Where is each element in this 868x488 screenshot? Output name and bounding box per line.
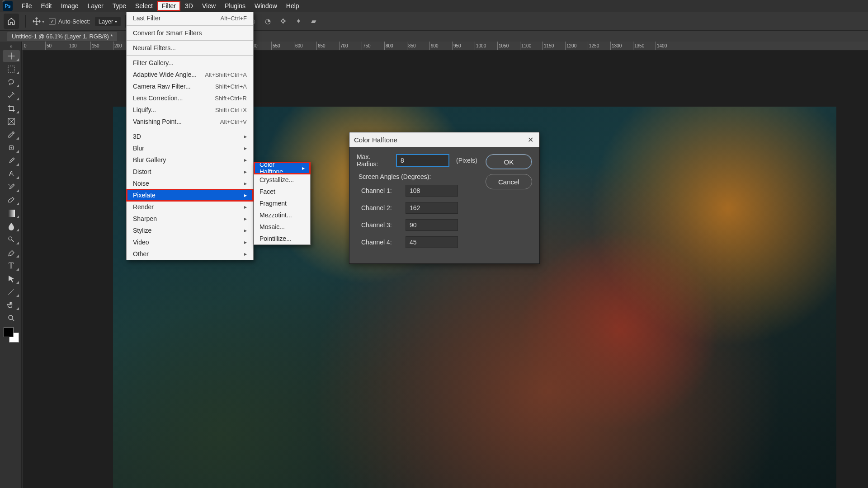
menu-item-pixelate[interactable]: Pixelate — [127, 189, 253, 201]
tool-magic-wand[interactable] — [3, 89, 20, 101]
menu-3d[interactable]: 3D — [180, 1, 198, 11]
menu-item-blur[interactable]: Blur — [127, 142, 253, 154]
menu-item-convert-smart[interactable]: Convert for Smart Filters — [127, 27, 253, 39]
menu-item-3d[interactable]: 3D — [127, 131, 253, 142]
tool-rect-marquee[interactable] — [3, 63, 20, 75]
tool-healing-brush[interactable] — [3, 142, 20, 154]
tool-type[interactable]: T — [3, 260, 20, 272]
menu-filter[interactable]: Filter — [157, 1, 180, 11]
menu-help[interactable]: Help — [282, 1, 304, 11]
submenu-item-mosaic[interactable]: Mosaic... — [254, 221, 310, 233]
submenu-item-color-halftone[interactable]: Color Halftone... — [254, 162, 310, 174]
color-swatches[interactable] — [4, 327, 19, 343]
chevron-down-icon: ▾ — [115, 19, 117, 24]
tool-line[interactable] — [3, 286, 20, 298]
menu-item-stylize[interactable]: Stylize — [127, 225, 253, 236]
ruler-tick: 1200 — [565, 42, 588, 50]
menu-item-distort[interactable]: Distort — [127, 166, 253, 178]
channel-4-label: Channel 4: — [357, 239, 401, 246]
ruler-tick: 150 — [90, 42, 113, 50]
menu-item[interactable]: Camera Raw Filter...Shift+Ctrl+A — [127, 80, 253, 92]
submenu-item-pointillize[interactable]: Pointillize... — [254, 233, 310, 244]
menu-item-render[interactable]: Render — [127, 201, 253, 213]
svg-rect-3 — [8, 210, 15, 217]
menu-window[interactable]: Window — [250, 1, 282, 11]
auto-select-toggle[interactable]: ✓ Auto-Select: — [49, 18, 90, 25]
menu-view[interactable]: View — [198, 1, 220, 11]
3d-camera-icon[interactable]: ▰ — [308, 16, 319, 27]
menu-item-video[interactable]: Video — [127, 236, 253, 248]
menu-label: Adaptive Wide Angle... — [133, 71, 197, 78]
menu-item[interactable]: Adaptive Wide Angle...Alt+Shift+Ctrl+A — [127, 69, 253, 80]
move-tool-indicator-icon: ▾ — [32, 17, 44, 26]
menu-layer[interactable]: Layer — [83, 1, 108, 11]
tool-eyedropper[interactable] — [3, 129, 20, 141]
menu-item-sharpen[interactable]: Sharpen — [127, 213, 253, 225]
svg-rect-0 — [8, 66, 14, 72]
submenu-item-facet[interactable]: Facet — [254, 186, 310, 197]
menu-item[interactable]: Filter Gallery... — [127, 57, 253, 69]
tool-clone-stamp[interactable] — [3, 168, 20, 180]
menu-item-last-filter[interactable]: Last Filter Alt+Ctrl+F — [127, 12, 253, 24]
tool-crop[interactable] — [3, 103, 20, 114]
submenu-item-mezzotint[interactable]: Mezzotint... — [254, 209, 310, 221]
tool-dodge[interactable] — [3, 234, 20, 245]
ruler-tick: 950 — [452, 42, 475, 50]
tool-zoom[interactable] — [3, 312, 20, 324]
menu-item-neural-filters[interactable]: Neural Filters... — [127, 42, 253, 54]
submenu-item-fragment[interactable]: Fragment — [254, 197, 310, 209]
tool-gradient[interactable] — [3, 207, 20, 219]
max-radius-input[interactable] — [396, 155, 449, 166]
3d-pan-icon[interactable]: ✥ — [278, 16, 288, 27]
3d-slide-icon[interactable]: ✦ — [293, 16, 304, 27]
tool-eraser[interactable] — [3, 194, 20, 206]
ruler-tick: 1250 — [588, 42, 610, 50]
menu-label: Vanishing Point... — [133, 118, 182, 125]
tool-move[interactable] — [3, 50, 20, 62]
menu-item[interactable]: Liquify...Shift+Ctrl+X — [127, 104, 253, 116]
document-tab[interactable]: Untitled-1 @ 66.1% (Layer 1, RGB/8) * — [7, 32, 117, 41]
ruler-tick: 850 — [407, 42, 429, 50]
menu-label: Camera Raw Filter... — [133, 83, 191, 90]
menu-label: Other — [133, 250, 149, 258]
menu-item-noise[interactable]: Noise — [127, 178, 253, 189]
svg-point-5 — [9, 315, 13, 319]
menu-image[interactable]: Image — [57, 1, 83, 11]
tool-hand[interactable] — [3, 299, 20, 311]
menu-item[interactable]: Lens Correction...Shift+Ctrl+R — [127, 92, 253, 104]
menu-plugins[interactable]: Plugins — [220, 1, 250, 11]
tool-lasso[interactable] — [3, 76, 20, 88]
3d-roll-icon[interactable]: ◔ — [262, 16, 273, 27]
channel-4-input[interactable] — [406, 236, 458, 248]
channel-2-input[interactable] — [406, 202, 458, 214]
channel-1-input[interactable] — [406, 185, 458, 197]
close-icon[interactable]: ✕ — [526, 136, 535, 144]
menu-label: Video — [133, 239, 149, 246]
tool-history-brush[interactable] — [3, 181, 20, 193]
tool-path-select[interactable] — [3, 273, 20, 285]
menu-item-blur-gallery[interactable]: Blur Gallery — [127, 154, 253, 166]
menu-select[interactable]: Select — [131, 1, 157, 11]
menu-label: Distort — [133, 168, 151, 175]
channel-3-input[interactable] — [406, 219, 458, 231]
menu-label: Noise — [133, 180, 149, 187]
menu-label: Filter Gallery... — [133, 59, 174, 66]
menu-edit[interactable]: Edit — [37, 1, 57, 11]
dialog-titlebar[interactable]: Color Halftone ✕ — [349, 132, 539, 147]
menu-item-other[interactable]: Other — [127, 248, 253, 260]
menu-item[interactable]: Vanishing Point...Alt+Ctrl+V — [127, 116, 253, 127]
dialog-title: Color Halftone — [354, 136, 397, 144]
cancel-button[interactable]: Cancel — [486, 174, 532, 189]
submenu-item-crystallize[interactable]: Crystallize... — [254, 174, 310, 186]
tool-brush[interactable] — [3, 155, 20, 167]
collapse-icon[interactable]: » — [9, 43, 12, 49]
home-button[interactable] — [4, 14, 19, 29]
tool-frame[interactable] — [3, 116, 20, 127]
tool-pen[interactable] — [3, 247, 20, 258]
ok-button[interactable]: OK — [486, 154, 532, 169]
auto-select-target-dropdown[interactable]: Layer ▾ — [95, 17, 121, 26]
menu-label: Sharpen — [133, 215, 157, 222]
menu-file[interactable]: File — [17, 1, 37, 11]
tool-blur[interactable] — [3, 221, 20, 232]
menu-type[interactable]: Type — [108, 1, 131, 11]
